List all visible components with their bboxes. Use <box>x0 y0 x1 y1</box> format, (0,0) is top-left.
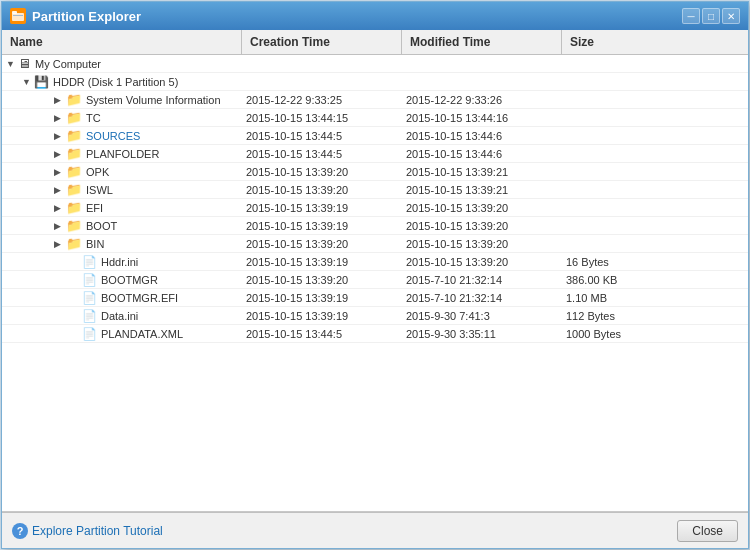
tree-row: ▶ 📁 BOOT 2015-10-15 13:39:19 2015-10-15 … <box>2 217 748 235</box>
content-area: Name Creation Time Modified Time Size ▼ … <box>2 30 748 511</box>
item-size <box>562 117 682 119</box>
item-label[interactable]: PLANDATA.XML <box>101 328 183 340</box>
item-label[interactable]: ISWL <box>86 184 113 196</box>
hddr-modified <box>402 81 562 83</box>
minimize-button[interactable]: ─ <box>682 8 700 24</box>
no-expand: ▶ <box>70 311 80 321</box>
item-creation: 2015-10-15 13:44:15 <box>242 111 402 125</box>
partition-explorer-window: Partition Explorer ─ □ ✕ Name Creation T… <box>1 1 749 549</box>
bottom-bar: ? Explore Partition Tutorial Close <box>2 512 748 548</box>
mycomputer-modified <box>402 63 562 65</box>
item-label[interactable]: TC <box>86 112 101 124</box>
item-size <box>562 207 682 209</box>
hddr-label[interactable]: HDDR (Disk 1 Partition 5) <box>53 76 178 88</box>
tree-row: ▶ 📁 System Volume Information 2015-12-22… <box>2 91 748 109</box>
item-size <box>562 243 682 245</box>
expand-icon[interactable]: ▶ <box>54 149 64 159</box>
item-creation: 2015-10-15 13:39:20 <box>242 237 402 251</box>
maximize-button[interactable]: □ <box>702 8 720 24</box>
file-icon: 📄 <box>82 255 97 269</box>
tree-area[interactable]: ▼ 🖥 My Computer ▼ 💾 HDDR (Disk 1 Partiti… <box>2 55 748 511</box>
item-creation: 2015-10-15 13:44:5 <box>242 129 402 143</box>
item-name-cell[interactable]: ▶ 📁 OPK <box>2 163 242 180</box>
item-name-cell[interactable]: ▶ 📄 Data.ini <box>2 308 242 324</box>
item-modified: 2015-10-15 13:39:20 <box>402 201 562 215</box>
item-creation: 2015-10-15 13:39:19 <box>242 309 402 323</box>
svg-rect-2 <box>13 15 23 16</box>
folder-icon: 📁 <box>66 200 82 215</box>
item-label[interactable]: Data.ini <box>101 310 138 322</box>
expand-icon-mycomputer[interactable]: ▼ <box>6 59 16 69</box>
folder-icon: 📁 <box>66 182 82 197</box>
item-label[interactable]: EFI <box>86 202 103 214</box>
window-close-button[interactable]: ✕ <box>722 8 740 24</box>
tree-rows-container: ▶ 📁 System Volume Information 2015-12-22… <box>2 91 748 343</box>
mycomputer-label[interactable]: My Computer <box>35 58 101 70</box>
expand-icon[interactable]: ▶ <box>54 239 64 249</box>
tree-row: ▶ 📁 EFI 2015-10-15 13:39:19 2015-10-15 1… <box>2 199 748 217</box>
title-bar: Partition Explorer ─ □ ✕ <box>2 2 748 30</box>
item-name-cell[interactable]: ▶ 📄 BOOTMGR <box>2 272 242 288</box>
item-label[interactable]: PLANFOLDER <box>86 148 159 160</box>
item-name-cell[interactable]: ▶ 📁 EFI <box>2 199 242 216</box>
item-modified: 2015-7-10 21:32:14 <box>402 291 562 305</box>
expand-icon[interactable]: ▶ <box>54 167 64 177</box>
item-label[interactable]: Hddr.ini <box>101 256 138 268</box>
expand-icon[interactable]: ▶ <box>54 95 64 105</box>
no-expand: ▶ <box>70 293 80 303</box>
item-label[interactable]: System Volume Information <box>86 94 221 106</box>
expand-icon[interactable]: ▶ <box>54 185 64 195</box>
mycomputer-size <box>562 63 682 65</box>
item-size <box>562 189 682 191</box>
item-size <box>562 153 682 155</box>
file-icon: 📄 <box>82 273 97 287</box>
close-button[interactable]: Close <box>677 520 738 542</box>
mycomputer-name-cell[interactable]: ▼ 🖥 My Computer <box>2 55 242 72</box>
item-label[interactable]: BOOT <box>86 220 117 232</box>
item-label[interactable]: BOOTMGR <box>101 274 158 286</box>
no-expand: ▶ <box>70 275 80 285</box>
tutorial-link[interactable]: ? Explore Partition Tutorial <box>12 523 163 539</box>
item-name-cell[interactable]: ▶ 📄 PLANDATA.XML <box>2 326 242 342</box>
item-modified: 2015-10-15 13:39:20 <box>402 255 562 269</box>
item-modified: 2015-9-30 3:35:11 <box>402 327 562 341</box>
item-name-cell[interactable]: ▶ 📁 ISWL <box>2 181 242 198</box>
expand-icon[interactable]: ▶ <box>54 113 64 123</box>
item-name-cell[interactable]: ▶ 📄 Hddr.ini <box>2 254 242 270</box>
tutorial-label[interactable]: Explore Partition Tutorial <box>32 524 163 538</box>
item-name-cell[interactable]: ▶ 📁 SOURCES <box>2 127 242 144</box>
item-modified: 2015-12-22 9:33:26 <box>402 93 562 107</box>
item-modified: 2015-10-15 13:44:6 <box>402 147 562 161</box>
item-label[interactable]: SOURCES <box>86 130 140 142</box>
item-name-cell[interactable]: ▶ 📄 BOOTMGR.EFI <box>2 290 242 306</box>
item-size: 1000 Bytes <box>562 327 682 341</box>
item-creation: 2015-10-15 13:39:20 <box>242 183 402 197</box>
computer-icon: 🖥 <box>18 56 31 71</box>
expand-icon[interactable]: ▶ <box>54 221 64 231</box>
item-label[interactable]: BIN <box>86 238 104 250</box>
item-size: 1.10 MB <box>562 291 682 305</box>
svg-rect-1 <box>12 11 17 14</box>
expand-icon[interactable]: ▶ <box>54 131 64 141</box>
item-size <box>562 135 682 137</box>
item-name-cell[interactable]: ▶ 📁 BIN <box>2 235 242 252</box>
item-label[interactable]: OPK <box>86 166 109 178</box>
item-modified: 2015-10-15 13:39:21 <box>402 165 562 179</box>
tree-row: ▶ 📁 ISWL 2015-10-15 13:39:20 2015-10-15 … <box>2 181 748 199</box>
expand-icon-hddr[interactable]: ▼ <box>22 77 32 87</box>
tree-row: ▶ 📄 Hddr.ini 2015-10-15 13:39:19 2015-10… <box>2 253 748 271</box>
item-name-cell[interactable]: ▶ 📁 TC <box>2 109 242 126</box>
item-label[interactable]: BOOTMGR.EFI <box>101 292 178 304</box>
item-size <box>562 171 682 173</box>
item-modified: 2015-7-10 21:32:14 <box>402 273 562 287</box>
item-creation: 2015-10-15 13:39:20 <box>242 273 402 287</box>
item-name-cell[interactable]: ▶ 📁 PLANFOLDER <box>2 145 242 162</box>
item-size <box>562 99 682 101</box>
item-name-cell[interactable]: ▶ 📁 BOOT <box>2 217 242 234</box>
col-creation: Creation Time <box>242 30 402 54</box>
item-name-cell[interactable]: ▶ 📁 System Volume Information <box>2 91 242 108</box>
no-expand: ▶ <box>70 257 80 267</box>
expand-icon[interactable]: ▶ <box>54 203 64 213</box>
tree-row: ▶ 📁 BIN 2015-10-15 13:39:20 2015-10-15 1… <box>2 235 748 253</box>
hddr-name-cell[interactable]: ▼ 💾 HDDR (Disk 1 Partition 5) <box>2 74 242 90</box>
